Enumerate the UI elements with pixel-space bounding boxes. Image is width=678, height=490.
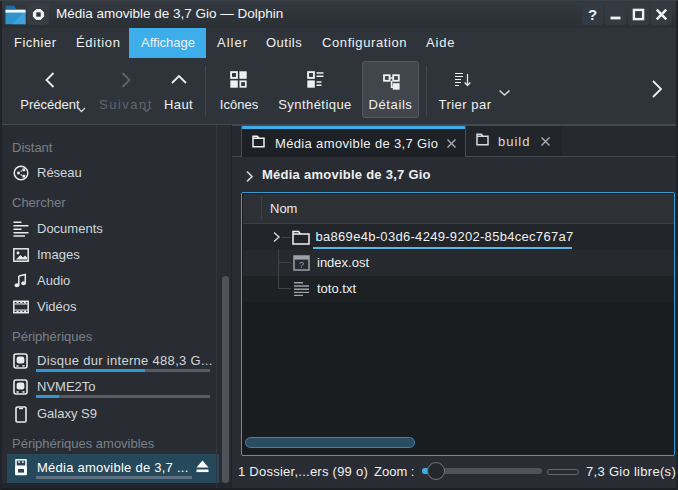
- svg-text:?: ?: [299, 260, 304, 270]
